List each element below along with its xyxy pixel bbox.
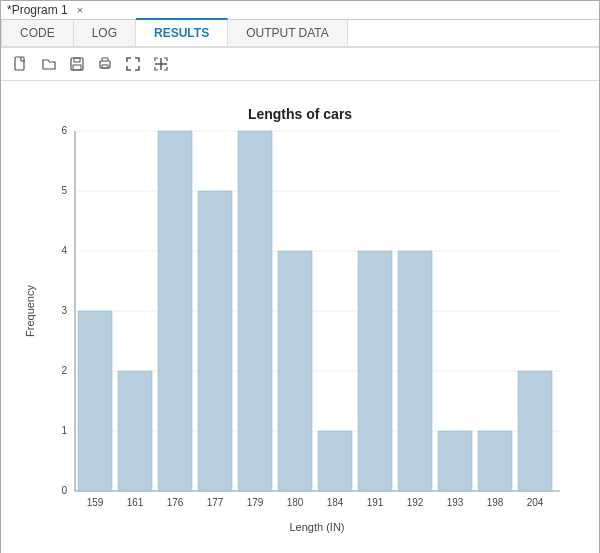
window-title: *Program 1 [7,3,68,17]
chart-title: Lengths of cars [248,106,352,122]
tab-log[interactable]: LOG [74,20,136,46]
open-icon [41,56,57,72]
print-button[interactable] [93,52,117,76]
save-icon [69,56,85,72]
bar-198 [478,431,512,491]
bar-159 [78,311,112,491]
save-button[interactable] [65,52,89,76]
toolbar [1,48,599,81]
svg-text:198: 198 [487,497,504,508]
svg-text:191: 191 [367,497,384,508]
histogram-chart: Lengths of cars 0 1 2 3 4 5 [20,91,580,551]
tab-output-data[interactable]: OUTPUT DATA [228,20,348,46]
tab-code[interactable]: CODE [1,20,74,46]
bar-179 [238,131,272,491]
svg-text:6: 6 [61,125,67,136]
svg-text:184: 184 [327,497,344,508]
bar-191 [358,251,392,491]
close-tab-button[interactable]: × [74,4,86,16]
svg-text:1: 1 [61,425,67,436]
chart-container: Lengths of cars 0 1 2 3 4 5 [20,91,580,551]
svg-text:4: 4 [61,245,67,256]
bar-177 [198,191,232,491]
expand-icon [125,56,141,72]
bar-184 [318,431,352,491]
expand-button[interactable] [121,52,145,76]
tab-bar: CODE LOG RESULTS OUTPUT DATA [1,20,599,48]
svg-text:161: 161 [127,497,144,508]
bar-192 [398,251,432,491]
svg-text:0: 0 [61,485,67,496]
title-bar: *Program 1 × [1,1,599,20]
bar-204 [518,371,552,491]
svg-rect-5 [102,65,108,68]
new-button[interactable] [9,52,33,76]
bar-193 [438,431,472,491]
bar-180 [278,251,312,491]
fullscreen-icon [153,56,169,72]
app-window: *Program 1 × CODE LOG RESULTS OUTPUT DAT… [0,0,600,553]
y-axis-label: Frequency [24,285,36,337]
svg-text:177: 177 [207,497,224,508]
print-icon [97,56,113,72]
new-icon [13,56,29,72]
svg-rect-0 [15,57,24,70]
svg-text:193: 193 [447,497,464,508]
tab-results[interactable]: RESULTS [136,18,228,46]
svg-text:180: 180 [287,497,304,508]
svg-text:159: 159 [87,497,104,508]
chart-area: Lengths of cars 0 1 2 3 4 5 [1,81,599,553]
svg-text:176: 176 [167,497,184,508]
svg-rect-3 [73,65,81,70]
fullscreen-button[interactable] [149,52,173,76]
open-button[interactable] [37,52,61,76]
x-axis-label: Length (IN) [289,521,344,533]
bar-161 [118,371,152,491]
svg-text:192: 192 [407,497,424,508]
svg-text:179: 179 [247,497,264,508]
svg-text:5: 5 [61,185,67,196]
svg-text:3: 3 [61,305,67,316]
svg-text:204: 204 [527,497,544,508]
bar-176 [158,131,192,491]
svg-text:2: 2 [61,365,67,376]
